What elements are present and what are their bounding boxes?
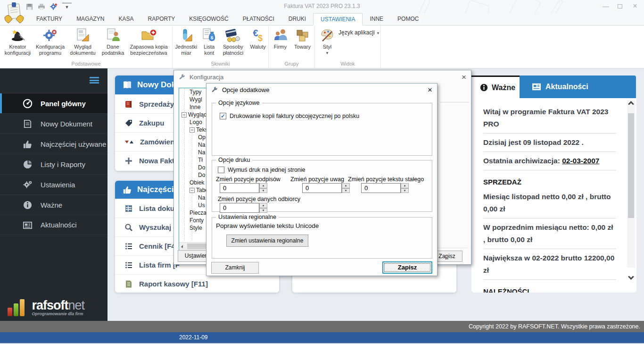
checkbox-unchecked-icon[interactable] xyxy=(218,167,224,173)
tab-ustawienia[interactable]: USTAWIENIA xyxy=(313,13,363,25)
spinner-input[interactable] xyxy=(302,183,342,193)
unicode-note: Popraw wyświetlanie tekstu Unicode xyxy=(216,222,319,229)
order-arrows-icon xyxy=(124,138,134,146)
gears-icon xyxy=(23,180,33,190)
sidebar-item-wazne[interactable]: Ważne xyxy=(0,194,107,215)
spinner-input[interactable] xyxy=(220,203,259,213)
spinner-down-icon[interactable]: ▼ xyxy=(259,188,267,193)
group-label-podstawowe: Podstawowe xyxy=(0,61,172,67)
thumbs-up-icon xyxy=(23,139,33,149)
tab-raporty[interactable]: RAPORTY xyxy=(140,13,182,25)
tab-druki[interactable]: DRUKI xyxy=(281,13,313,25)
spinner-up-icon[interactable]: ▲ xyxy=(259,183,267,188)
sidebar-item-nowy-dokument[interactable]: Nowy Dokument xyxy=(0,113,107,134)
konfiguracja-title-bar[interactable]: Konfiguracja × xyxy=(174,70,471,84)
lista-kont-button[interactable]: $ Lista kont xyxy=(200,27,219,56)
print-icon[interactable] xyxy=(37,3,46,10)
spinner-down-icon[interactable]: ▼ xyxy=(401,188,409,193)
towary-button[interactable]: Towary xyxy=(291,27,314,50)
spinner-input[interactable] xyxy=(361,183,401,193)
dane-podatnika-button[interactable]: Dane podatnika xyxy=(99,27,128,56)
today-text: Dzisiaj jest 09 listopad 2022 . xyxy=(483,134,616,152)
styl-button[interactable]: Styl ▼ xyxy=(317,27,338,55)
pie-chart-icon xyxy=(23,159,33,169)
tab-magazyn[interactable]: MAGAZYN xyxy=(69,13,111,25)
save-icon[interactable] xyxy=(25,3,34,10)
tab-faktury[interactable]: FAKTURY xyxy=(29,13,69,25)
close-icon[interactable]: × xyxy=(462,73,466,81)
opcje-dodatkowe-title-bar[interactable]: Opcje dodatkowe × xyxy=(206,84,437,96)
tekst-staly-position-spinner[interactable]: ▲▼ xyxy=(361,183,409,193)
waluty-button[interactable]: €$ Waluty xyxy=(248,27,268,56)
firmy-button[interactable]: Firmy xyxy=(270,27,291,50)
settings-gear-icon[interactable] xyxy=(49,3,58,10)
checkbox-checked-icon[interactable] xyxy=(220,113,226,119)
tab-aktualnosci[interactable]: Aktualności xyxy=(520,76,636,98)
tab-kasa[interactable]: KASA xyxy=(111,13,140,25)
language-copy-checkbox[interactable]: Drukowanie kopii faktury obcojęzycznej p… xyxy=(220,113,359,119)
kreator-konfiguracji-button[interactable]: Kreator konfiguracji xyxy=(2,27,33,56)
scroll-up-icon[interactable] xyxy=(628,101,634,107)
tab-pomoc[interactable]: POMOC xyxy=(390,13,426,25)
jezyk-aplikacji-menu[interactable]: Język aplikacji ▼ xyxy=(339,29,380,36)
zamknij-button[interactable]: Zamknij xyxy=(211,262,259,274)
companies-icon xyxy=(271,27,290,44)
konfiguracja-programu-button[interactable]: Konfiguracja programu xyxy=(33,27,67,56)
uwagi-position-spinner[interactable]: ▲▼ xyxy=(302,183,350,193)
gears-icon xyxy=(34,27,66,44)
ustawienia-regionalne-group: Ustawienia regionalne Popraw wyświetlani… xyxy=(212,217,432,259)
tab-platnosci[interactable]: PŁATNOŚCI xyxy=(236,13,281,25)
spinner-input[interactable] xyxy=(220,183,259,193)
spinner-label: Zmień pozycje uwag xyxy=(290,176,344,183)
info-icon xyxy=(23,200,33,210)
status-date: 2022-11-09 xyxy=(179,334,208,341)
sidebar-item-aktualnosci[interactable]: Aktualności xyxy=(0,215,107,235)
status-bar: 2022-11-09 xyxy=(0,332,644,343)
spinner-down-icon[interactable]: ▼ xyxy=(342,188,350,193)
quick-access-more-icon[interactable]: ▼ xyxy=(62,3,72,10)
currencies-icon: €$ xyxy=(248,27,267,44)
minimize-button[interactable]: — xyxy=(601,3,611,10)
group-label-widok: Widok xyxy=(315,61,380,67)
tab-wazne[interactable]: Ważne xyxy=(471,76,520,98)
ribbon-group-slowniki: Jednostki miar $ Lista kont Sposoby płat… xyxy=(173,25,269,68)
spinner-down-icon[interactable]: ▼ xyxy=(259,208,267,213)
archive-date-link[interactable]: 02-03-2007 xyxy=(562,157,599,165)
sidebar-item-najczesciej-uzywane[interactable]: Najczęściej używane xyxy=(0,134,107,154)
goods-boxes-icon xyxy=(292,27,313,44)
close-icon[interactable]: × xyxy=(428,86,432,94)
tab-ksiegowosc[interactable]: KSIĘGOWOŚĆ xyxy=(182,13,235,25)
sidebar-item-listy-i-raporty[interactable]: Listy i Raporty xyxy=(0,154,107,174)
sidebar-item-panel-glowny[interactable]: Panel główny xyxy=(0,93,107,113)
taxpayer-data-icon xyxy=(99,27,127,44)
sidebar-item-ustawienia[interactable]: Ustawienia xyxy=(0,174,107,194)
wyglad-dokumentu-button[interactable]: Wygląd dokumentu xyxy=(67,27,99,56)
info-panel-scrollbar[interactable] xyxy=(627,100,635,268)
ribbon-group-podstawowe: Kreator konfiguracji Konfiguracja progra… xyxy=(0,25,173,68)
zapasowa-kopia-button[interactable]: Zapasowa kopia bezpieczeństwa xyxy=(128,27,170,56)
menu-item-raport-kasowy[interactable]: Raport kasowy [F11] xyxy=(115,274,279,293)
jednostki-miar-button[interactable]: Jednostki miar xyxy=(173,27,200,56)
book-icon xyxy=(123,80,132,90)
podpisy-position-spinner[interactable]: ▲▼ xyxy=(220,183,267,193)
close-button[interactable]: × xyxy=(630,3,640,10)
maximize-button[interactable] xyxy=(615,3,625,10)
zmien-ustawienia-regionalne-button[interactable]: Zmień ustawienia regionalne xyxy=(226,235,308,247)
spinner-up-icon[interactable]: ▲ xyxy=(259,203,267,208)
price-list-icon xyxy=(124,242,133,251)
companies-list-icon xyxy=(124,261,133,269)
tab-inne[interactable]: INNE xyxy=(363,13,390,25)
zapisz-button[interactable]: Zapisz xyxy=(382,261,432,274)
newspaper-icon xyxy=(23,220,33,230)
spinner-up-icon[interactable]: ▲ xyxy=(401,183,409,188)
dane-odbiorcy-position-spinner[interactable]: ▲▼ xyxy=(220,203,267,213)
spinner-up-icon[interactable]: ▲ xyxy=(342,183,350,188)
info-panel-content: Witaj w programie Faktura VAT 2023 PRO D… xyxy=(471,98,636,293)
force-one-page-checkbox[interactable]: Wymuś druk na jednej stronie xyxy=(218,167,305,173)
sposoby-platnosci-button[interactable]: Sposoby płatności xyxy=(219,27,248,56)
opcje-jezykowe-group: Opcje językowe xyxy=(212,103,432,156)
chevron-down-icon: ▼ xyxy=(376,31,380,35)
scrollbar-thumb[interactable] xyxy=(628,113,634,218)
hamburger-menu-icon[interactable] xyxy=(90,77,99,84)
sales-max-text: Największa w 02-2022 brutto 12200,00 zł xyxy=(483,249,616,280)
